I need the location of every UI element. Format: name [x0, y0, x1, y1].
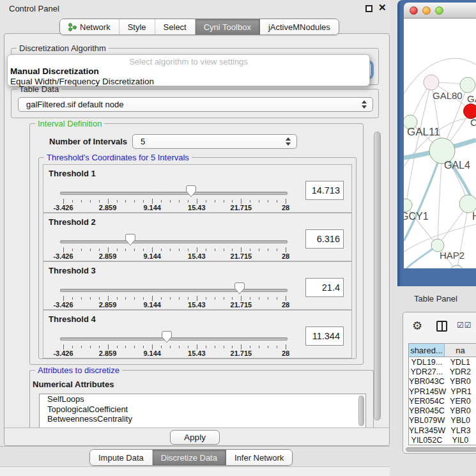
tick-mark — [81, 346, 82, 348]
gear-icon[interactable]: ⚙ — [412, 319, 422, 333]
column-header-shared-name[interactable]: shared... — [409, 344, 445, 357]
tab-network[interactable]: Network — [60, 19, 119, 35]
tick-mark — [241, 344, 242, 349]
network-node[interactable] — [404, 199, 412, 211]
node-label-hap2: HAP2 — [440, 250, 464, 261]
table-row[interactable]: YLR345WYLR3 — [409, 426, 476, 435]
zoom-traffic-light-icon[interactable] — [435, 6, 443, 15]
tab-infer-network[interactable]: Infer Network — [226, 450, 292, 465]
network-node[interactable] — [424, 75, 439, 90]
slider-track[interactable] — [60, 192, 288, 195]
tick-mark — [188, 200, 188, 203]
table-row[interactable]: YDR27...YDR2 — [409, 367, 476, 376]
node-label-gal11: GAL11 — [407, 126, 440, 138]
network-window-titlebar[interactable] — [404, 3, 476, 19]
table-cell[interactable]: YBR0 — [445, 377, 476, 387]
slider-tick-labels: -3.4262.8599.14415.4321.71528 — [63, 301, 286, 309]
table-cell[interactable]: YIL052C — [409, 435, 445, 445]
columns-icon[interactable] — [436, 321, 447, 332]
table-data-combobox[interactable]: galFiltered.sif default node — [18, 97, 373, 112]
column-header-name[interactable]: na — [445, 344, 476, 357]
slider-thumb[interactable] — [162, 331, 172, 343]
tick-label: 28 — [282, 204, 289, 211]
table-cell[interactable]: YDL19... — [409, 357, 445, 367]
table-row[interactable]: YIL052CYIL0 — [409, 435, 476, 445]
table-row[interactable]: YBR045CYBR0 — [409, 406, 476, 415]
tab-style[interactable]: Style — [119, 19, 155, 35]
table-cell[interactable]: YDL1 — [445, 357, 476, 367]
slider-tick-labels: -3.4262.8599.14415.4321.71528 — [63, 252, 286, 260]
slider-track[interactable] — [60, 240, 288, 243]
tab-select[interactable]: Select — [155, 19, 196, 35]
slider-tick-labels: -3.4262.8599.14415.4321.71528 — [63, 204, 286, 211]
attribute-item[interactable]: TopologicalCoefficient — [40, 404, 365, 415]
threshold-value-field[interactable]: 6.316 — [305, 229, 344, 249]
numerical-attributes-list[interactable]: SelfLoopsTopologicalCoefficientBetweenne… — [39, 394, 366, 428]
tab-cyni-toolbox[interactable]: Cyni Toolbox — [196, 19, 260, 35]
tick-mark — [99, 346, 100, 348]
panel-scrollbar[interactable] — [374, 132, 381, 420]
group-title: Attributes to discretize — [35, 365, 122, 375]
number-of-intervals-combobox[interactable]: 5 — [132, 134, 297, 149]
tab-label: Cyni Toolbox — [204, 22, 251, 32]
threshold-label: Threshold 1 — [49, 169, 96, 178]
table-cell[interactable]: YER0 — [445, 396, 476, 406]
table-cell[interactable]: YDR2 — [445, 367, 476, 376]
checkboxes-icon[interactable]: ☑☑ — [457, 321, 472, 330]
tick-mark — [81, 200, 82, 203]
minimize-traffic-light-icon[interactable] — [422, 6, 431, 15]
tab-impute-data[interactable]: Impute Data — [90, 450, 153, 465]
tick-mark — [188, 297, 188, 300]
slider-thumb[interactable] — [125, 234, 135, 246]
slider-track[interactable] — [60, 289, 288, 292]
float-window-icon[interactable] — [365, 5, 372, 12]
network-node[interactable] — [459, 195, 476, 213]
table-row[interactable]: YDL19...YDL1 — [409, 357, 476, 367]
tick-mark — [99, 200, 100, 203]
threshold-value-field[interactable]: 21.4 — [305, 278, 344, 297]
tick-mark — [241, 247, 242, 252]
table-cell[interactable]: YLR345W — [409, 426, 445, 435]
popup-option-manual-discretization[interactable]: Manual Discretization — [8, 66, 369, 77]
table-cell[interactable]: YDR27... — [409, 367, 445, 376]
list-scrollbar[interactable] — [358, 395, 364, 426]
tick-mark — [188, 249, 188, 251]
table-cell[interactable]: YBR043C — [409, 377, 445, 387]
popup-option-equal-width[interactable]: Equal Width/Frequency Discretization — [8, 77, 369, 87]
slider-thumb[interactable] — [234, 282, 245, 295]
attribute-item[interactable]: SelfLoops — [40, 394, 365, 404]
table-row[interactable]: YBR043CYBR0 — [409, 377, 476, 387]
threshold-value-field[interactable]: 14.713 — [305, 181, 344, 200]
tab-jactivemnodules[interactable]: jActiveMNodules — [260, 19, 339, 35]
attribute-item[interactable]: BetweennessCentrality — [40, 414, 365, 424]
network-canvas[interactable]: GAL80 GA C GAL11 GAL4 GCY1 H HAP2 — [404, 19, 476, 268]
tab-label: jActiveMNodules — [268, 22, 330, 32]
table-cell[interactable]: YER054C — [409, 396, 445, 406]
slider-thumb[interactable] — [186, 185, 196, 197]
horizontal-scrollbar[interactable] — [406, 447, 476, 452]
tab-discretize-data[interactable]: Discretize Data — [153, 450, 226, 465]
network-node[interactable] — [450, 265, 464, 268]
tick-label: 28 — [282, 349, 289, 357]
table-row[interactable]: YER054CYER0 — [409, 396, 476, 406]
table-row[interactable]: YBL079WYBL0 — [409, 416, 476, 426]
apply-button[interactable]: Apply — [170, 430, 220, 445]
tick-label: 2.859 — [99, 252, 117, 260]
tick-mark — [81, 297, 82, 300]
tick-mark — [215, 200, 215, 203]
table-cell[interactable]: YIL0 — [445, 435, 476, 445]
table-cell[interactable]: YBR045C — [409, 406, 445, 415]
close-icon[interactable]: ✕ — [378, 2, 387, 13]
threshold-value-field[interactable]: 11.344 — [305, 326, 344, 346]
table-cell[interactable]: YBL079W — [409, 416, 445, 426]
table-cell[interactable]: YPR145W — [409, 387, 446, 396]
table-cell[interactable]: YLR3 — [445, 426, 476, 435]
table-cell[interactable]: YPR1 — [446, 387, 476, 396]
close-traffic-light-icon[interactable] — [410, 6, 418, 15]
tick-mark — [143, 249, 144, 251]
table-toolbar: ⚙ ☑☑ — [403, 312, 476, 341]
slider-track[interactable] — [60, 337, 288, 341]
table-cell[interactable]: YBL0 — [445, 416, 476, 426]
table-cell[interactable]: YBR0 — [445, 406, 476, 415]
table-row[interactable]: YPR145WYPR1 — [409, 387, 476, 396]
